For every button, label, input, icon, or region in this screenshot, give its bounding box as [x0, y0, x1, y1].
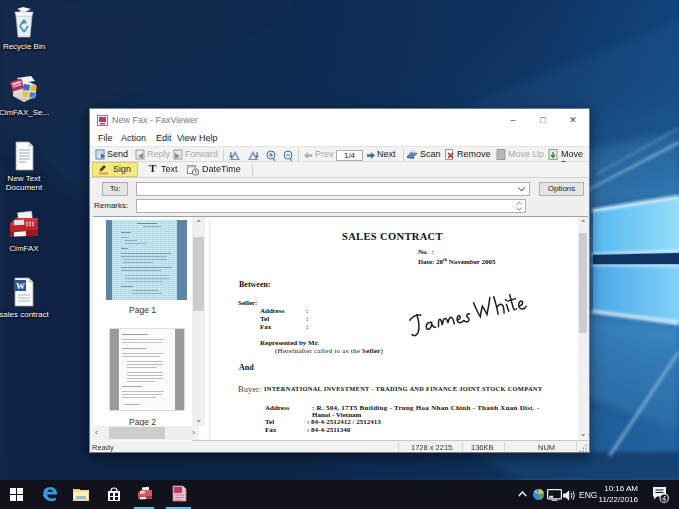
svg-text:4: 4 — [662, 494, 666, 503]
svg-text:W: W — [16, 281, 25, 291]
